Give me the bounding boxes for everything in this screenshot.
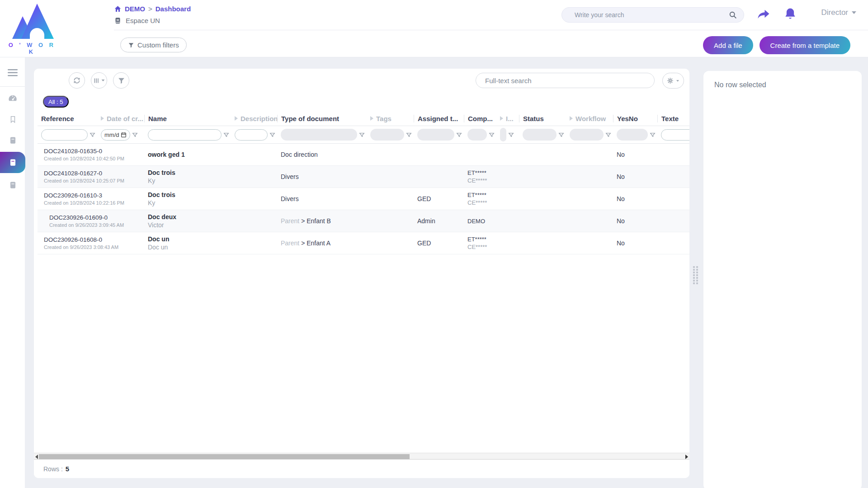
chevron-down-icon [101, 80, 104, 81]
cell-reference: DOC230926-01610-3Created on 10/28/2024 1… [38, 192, 97, 206]
column-header-8[interactable]: I... [496, 115, 519, 122]
filter-input-3[interactable] [235, 129, 268, 141]
table-filter-row: mm/d [38, 126, 689, 144]
sidebar-item-dashboard[interactable] [0, 89, 25, 108]
filter-button[interactable] [113, 72, 129, 89]
filter-funnel-icon[interactable] [508, 132, 514, 138]
scroll-right-arrow-icon[interactable] [685, 455, 688, 459]
share-icon[interactable] [757, 7, 770, 21]
fulltext-search-input[interactable] [485, 77, 645, 84]
custom-filters-button[interactable]: Custom filters [120, 38, 187, 52]
cell-yesno: No [613, 195, 657, 202]
cell-name: Doc unDoc un [144, 235, 231, 251]
cell-yesno: No [613, 151, 657, 158]
bell-icon[interactable] [783, 7, 797, 21]
table-row[interactable]: DOC230926-01609-0Created on 9/26/2023 3:… [38, 210, 689, 232]
filter-funnel-icon[interactable] [558, 132, 564, 138]
funnel-icon [118, 77, 125, 84]
add-file-button[interactable]: Add a file [703, 36, 753, 54]
cell-type: Divers [277, 195, 367, 202]
workspace-label-line: Espace UN [114, 17, 160, 24]
cell-yesno: No [613, 173, 657, 180]
sidebar-item-docs-1[interactable] [0, 131, 25, 149]
global-search [561, 7, 744, 23]
funnel-icon [128, 42, 134, 48]
sidebar-item-docs-2[interactable] [0, 152, 25, 173]
filter-disabled-8 [500, 128, 506, 141]
table-row[interactable]: DOC230926-01610-3Created on 10/28/2024 1… [38, 188, 689, 210]
rows-count: 5 [66, 465, 69, 473]
column-header-5[interactable]: Tags [367, 115, 414, 122]
column-header-2[interactable]: Name [144, 115, 231, 122]
sort-arrow-icon [570, 116, 573, 121]
column-header-11[interactable]: YesNo [613, 115, 657, 122]
logo-mountain-icon [9, 3, 56, 42]
column-header-10[interactable]: Workflow [566, 115, 613, 122]
global-search-input[interactable] [575, 11, 728, 19]
panel-resize-handle[interactable] [692, 266, 699, 286]
sidebar-item-bookmarks[interactable] [0, 110, 25, 128]
column-header-12[interactable]: Texte [657, 115, 689, 122]
table-row[interactable]: DOC241028-01627-0Created on 10/28/2024 1… [38, 166, 689, 188]
documents-panel: All : 5 ReferenceDate of cr...NameDescri… [34, 69, 689, 478]
scrollbar-thumb[interactable] [39, 454, 410, 459]
user-menu[interactable]: Director [821, 8, 856, 17]
all-count-badge[interactable]: All : 5 [43, 96, 69, 108]
filter-disabled-10 [570, 129, 604, 141]
column-header-4[interactable]: Type of document [277, 115, 367, 122]
table-row[interactable]: DOC241028-01635-0Created on 10/28/2024 1… [38, 144, 689, 166]
column-header-3[interactable]: Description [231, 115, 277, 122]
refresh-button[interactable] [69, 72, 85, 89]
cell-name: Doc troisKy [144, 191, 231, 206]
column-header-9[interactable]: Status [519, 115, 566, 122]
cell-type: Doc direction [277, 151, 367, 158]
filter-disabled-6 [417, 129, 454, 141]
chevron-down-icon [852, 11, 856, 14]
cell-yesno: No [613, 217, 657, 225]
filter-disabled-4 [281, 129, 357, 141]
custom-filters-label: Custom filters [137, 41, 179, 49]
filter-funnel-icon[interactable] [650, 132, 656, 138]
top-header: O ' W O R K DEMO > Dashboard Espace UN D… [0, 0, 868, 57]
sidebar-menu-toggle[interactable] [0, 64, 25, 82]
app-logo[interactable]: O ' W O R K [7, 3, 57, 53]
filter-disabled-9 [523, 129, 557, 141]
table-row[interactable]: DOC230926-01608-0Created on 9/26/2023 3:… [38, 232, 689, 254]
no-row-selected-message: No row selected [714, 81, 766, 89]
breadcrumb-item-dashboard[interactable]: Dashboard [156, 5, 191, 13]
filter-date-input[interactable]: mm/d [101, 129, 130, 141]
breadcrumb-item-demo[interactable]: DEMO [125, 5, 145, 13]
columns-button[interactable] [91, 72, 107, 89]
book-icon [114, 17, 122, 24]
settings-button[interactable] [662, 73, 684, 89]
scroll-left-arrow-icon[interactable] [35, 455, 38, 459]
filter-input-2[interactable] [148, 129, 222, 141]
column-header-0[interactable]: Reference [38, 115, 97, 122]
workspace-label: Espace UN [126, 17, 160, 24]
column-header-1[interactable]: Date of cr... [97, 115, 144, 122]
filter-funnel-icon[interactable] [489, 132, 495, 138]
column-header-7[interactable]: Comp... [464, 115, 496, 122]
filter-input-12[interactable] [661, 129, 689, 141]
columns-icon [93, 77, 100, 84]
horizontal-scrollbar[interactable] [34, 453, 689, 460]
filter-funnel-icon[interactable] [359, 132, 365, 138]
filter-disabled-5 [370, 129, 404, 141]
filter-funnel-icon[interactable] [406, 132, 412, 138]
create-from-template-button[interactable]: Create from a template [760, 36, 850, 54]
filter-funnel-icon[interactable] [223, 132, 229, 138]
filter-disabled-11 [617, 129, 648, 141]
filter-input-0[interactable] [41, 129, 88, 141]
hamburger-icon [8, 69, 18, 77]
column-header-6[interactable]: Assigned t... [414, 115, 464, 122]
calendar-icon[interactable] [121, 132, 127, 138]
filter-funnel-icon[interactable] [456, 132, 462, 138]
filter-funnel-icon[interactable] [90, 132, 95, 138]
filter-funnel-icon[interactable] [269, 132, 275, 138]
search-icon[interactable] [728, 10, 737, 19]
filter-funnel-icon[interactable] [605, 132, 611, 138]
sidebar-item-docs-3[interactable] [0, 176, 25, 194]
home-icon[interactable] [114, 5, 122, 13]
cell-assigned: Admin [414, 217, 464, 225]
filter-funnel-icon[interactable] [132, 132, 138, 138]
